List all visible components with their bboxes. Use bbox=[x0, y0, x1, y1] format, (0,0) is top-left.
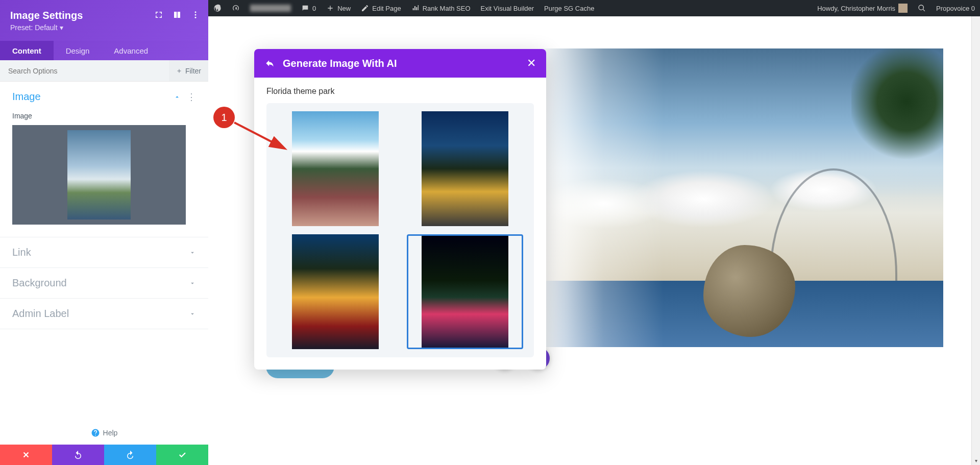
section-admin-label-header[interactable]: Admin Label bbox=[0, 299, 208, 329]
action-bar bbox=[0, 445, 208, 465]
section-image-content: Image bbox=[0, 112, 208, 237]
settings-sidebar: Image Settings Preset: Default▾ Content … bbox=[0, 0, 208, 465]
section-image-title: Image bbox=[12, 91, 174, 103]
chevron-down-icon bbox=[189, 280, 196, 287]
hero-image[interactable] bbox=[544, 48, 943, 347]
avatar bbox=[898, 4, 908, 13]
kebab-menu-icon[interactable] bbox=[191, 10, 200, 19]
exit-vb-label: Exit Visual Builder bbox=[481, 5, 534, 12]
svg-point-1 bbox=[195, 14, 197, 16]
wordpress-icon bbox=[213, 4, 222, 12]
ai-prompt-text: Florida theme park bbox=[266, 87, 534, 96]
ai-result-image bbox=[422, 111, 508, 226]
search-icon bbox=[918, 4, 926, 12]
wp-admin-bar-right: Howdy, Christopher Morris Propovoice 0 bbox=[812, 0, 980, 16]
wp-howdy[interactable]: Howdy, Christopher Morris bbox=[812, 0, 913, 16]
panel-body: Image ⋮ Image Link Background Admin La bbox=[0, 82, 208, 421]
section-background-title: Background bbox=[12, 277, 189, 289]
tab-content[interactable]: Content bbox=[0, 41, 54, 60]
sidebar-header-actions bbox=[154, 10, 200, 19]
redo-button[interactable] bbox=[104, 445, 156, 465]
search-input[interactable] bbox=[0, 67, 169, 75]
ai-result-2[interactable] bbox=[407, 111, 523, 226]
close-icon bbox=[21, 450, 31, 459]
annotation-marker-1: 1 bbox=[213, 107, 235, 128]
help-label: Help bbox=[103, 429, 118, 437]
section-background: Background bbox=[0, 268, 208, 299]
plus-icon bbox=[176, 68, 182, 74]
sidebar-header: Image Settings Preset: Default▾ bbox=[0, 0, 208, 41]
tab-design[interactable]: Design bbox=[54, 41, 102, 60]
wp-edit-page[interactable]: Edit Page bbox=[356, 0, 406, 16]
svg-point-0 bbox=[195, 11, 197, 13]
wp-admin-bar: 0 New Edit Page Rank Math SEO Exit Visua… bbox=[208, 0, 980, 16]
rank-math-label: Rank Math SEO bbox=[423, 5, 471, 12]
page-canvas: Book Now ••• Generate Image With AI ✕ Fl… bbox=[208, 16, 980, 465]
ai-results-grid bbox=[266, 103, 534, 357]
chevron-up-icon bbox=[174, 93, 181, 101]
section-link-title: Link bbox=[12, 247, 189, 258]
ai-result-1[interactable] bbox=[277, 111, 394, 226]
section-link: Link bbox=[0, 237, 208, 268]
filter-button[interactable]: Filter bbox=[169, 60, 208, 81]
help-icon bbox=[91, 428, 100, 437]
ai-result-4-selected[interactable] bbox=[407, 234, 523, 349]
ai-result-image bbox=[292, 111, 379, 226]
sidebar-tabs: Content Design Advanced bbox=[0, 41, 208, 60]
tab-advanced[interactable]: Advanced bbox=[102, 41, 160, 60]
wp-dashboard[interactable] bbox=[227, 0, 245, 16]
modal-header: Generate Image With AI ✕ bbox=[254, 49, 546, 78]
redo-icon bbox=[126, 450, 135, 459]
check-icon bbox=[178, 450, 187, 459]
image-thumbnail[interactable] bbox=[12, 125, 186, 225]
section-image: Image ⋮ Image bbox=[0, 82, 208, 237]
ai-generate-modal: Generate Image With AI ✕ Florida theme p… bbox=[254, 49, 546, 370]
expand-icon[interactable] bbox=[154, 10, 163, 19]
columns-icon[interactable] bbox=[173, 10, 182, 19]
wp-search[interactable] bbox=[913, 0, 931, 16]
image-field-label: Image bbox=[12, 112, 196, 120]
save-button[interactable] bbox=[156, 445, 208, 465]
preset-selector[interactable]: Preset: Default▾ bbox=[10, 23, 83, 32]
cancel-button[interactable] bbox=[0, 445, 52, 465]
section-kebab-icon[interactable]: ⋮ bbox=[187, 91, 196, 103]
bar-chart-icon bbox=[411, 4, 420, 12]
ai-result-3[interactable] bbox=[277, 234, 394, 349]
help-row[interactable]: Help bbox=[0, 421, 208, 445]
wp-comments[interactable]: 0 bbox=[296, 0, 321, 16]
section-background-header[interactable]: Background bbox=[0, 268, 208, 298]
wp-exit-vb[interactable]: Exit Visual Builder bbox=[476, 0, 540, 16]
wp-logo[interactable] bbox=[208, 0, 227, 16]
section-admin-label: Admin Label bbox=[0, 299, 208, 329]
comment-icon bbox=[301, 4, 309, 12]
browser-scrollbar[interactable]: ▴ ▾ bbox=[971, 0, 980, 465]
search-row: Filter bbox=[0, 60, 208, 82]
howdy-label: Howdy, Christopher Morris bbox=[817, 5, 895, 12]
wp-site-name[interactable] bbox=[245, 0, 296, 16]
edit-page-label: Edit Page bbox=[372, 5, 401, 12]
ai-result-image bbox=[422, 236, 508, 348]
pencil-icon bbox=[361, 4, 369, 12]
chevron-down-icon bbox=[189, 310, 196, 317]
svg-point-2 bbox=[195, 17, 197, 18]
wp-new-label: New bbox=[337, 5, 351, 12]
comment-count: 0 bbox=[312, 5, 316, 12]
wp-purge-cache[interactable]: Purge SG Cache bbox=[539, 0, 599, 16]
back-arrow-icon[interactable] bbox=[264, 58, 275, 68]
purge-label: Purge SG Cache bbox=[544, 5, 594, 12]
wp-rank-math[interactable]: Rank Math SEO bbox=[406, 0, 476, 16]
modal-body: Florida theme park bbox=[254, 78, 546, 370]
blurred-site-name bbox=[250, 5, 291, 12]
chevron-down-icon bbox=[189, 249, 196, 256]
wp-propovoice[interactable]: Propovoice 0 bbox=[931, 0, 980, 16]
wp-admin-bar-left: 0 New Edit Page Rank Math SEO Exit Visua… bbox=[208, 0, 599, 16]
plus-icon bbox=[326, 4, 334, 12]
wp-new[interactable]: New bbox=[321, 0, 356, 16]
scroll-down-icon[interactable]: ▾ bbox=[972, 456, 980, 465]
section-image-header[interactable]: Image ⋮ bbox=[0, 82, 208, 112]
modal-close-button[interactable]: ✕ bbox=[527, 57, 536, 70]
filter-label: Filter bbox=[185, 67, 201, 75]
section-link-header[interactable]: Link bbox=[0, 237, 208, 267]
caret-down-icon: ▾ bbox=[60, 23, 63, 32]
undo-button[interactable] bbox=[52, 445, 104, 465]
